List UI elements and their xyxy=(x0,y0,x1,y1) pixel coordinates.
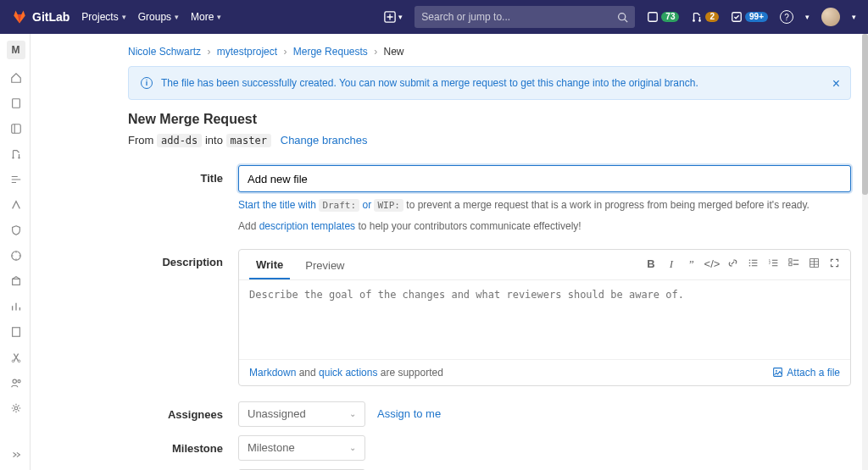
title-label: Title xyxy=(128,165,238,234)
assignees-select[interactable]: Unassigned⌄ xyxy=(238,401,365,427)
svg-point-14 xyxy=(18,360,20,362)
milestone-select[interactable]: Milestone⌄ xyxy=(238,435,365,461)
description-editor: Write Preview B I ” </> 12 xyxy=(238,249,851,386)
settings-icon[interactable] xyxy=(9,401,23,415)
svg-point-19 xyxy=(748,263,750,264)
gitlab-icon xyxy=(12,9,27,25)
global-search[interactable] xyxy=(415,6,635,28)
left-sidebar: M xyxy=(0,34,31,470)
svg-point-17 xyxy=(14,406,18,410)
svg-point-3 xyxy=(693,19,696,22)
todos-badge[interactable]: 99+ xyxy=(731,11,768,23)
project-avatar[interactable]: M xyxy=(7,41,25,59)
svg-rect-7 xyxy=(11,124,20,134)
mrs-badge[interactable]: 2 xyxy=(691,11,719,23)
image-icon xyxy=(772,367,783,378)
svg-point-8 xyxy=(12,157,14,158)
chevron-down-icon: ⌄ xyxy=(349,409,356,418)
svg-rect-24 xyxy=(788,263,791,266)
breadcrumb-project[interactable]: mytestproject xyxy=(217,46,277,58)
change-branches-link[interactable]: Change branches xyxy=(281,134,368,147)
home-icon[interactable] xyxy=(9,71,23,85)
milestone-label: Milestone xyxy=(128,435,238,461)
chevron-down-icon: ▾ xyxy=(175,13,179,21)
chevron-down-icon: ▾ xyxy=(122,13,126,21)
task-list-icon[interactable] xyxy=(787,257,799,271)
code-icon[interactable]: </> xyxy=(706,257,718,271)
nav-more[interactable]: More▾ xyxy=(191,11,221,23)
top-navbar: GitLab Projects▾ Groups▾ More▾ ▾ 73 2 99… xyxy=(0,0,868,34)
bullet-list-icon[interactable] xyxy=(747,257,759,271)
analytics-icon[interactable] xyxy=(9,300,23,313)
chevron-down-icon: ▾ xyxy=(398,13,403,21)
alert-text: The file has been successfully created. … xyxy=(161,77,698,89)
breadcrumb-section[interactable]: Merge Requests xyxy=(293,46,368,58)
quote-icon[interactable]: ” xyxy=(686,257,698,271)
branch-info: From add-ds into master Change branches xyxy=(128,134,851,147)
svg-point-9 xyxy=(18,157,19,158)
search-input[interactable] xyxy=(421,11,612,23)
svg-rect-11 xyxy=(12,279,19,285)
svg-rect-2 xyxy=(648,13,658,22)
requirements-icon[interactable] xyxy=(9,173,23,186)
description-textarea[interactable] xyxy=(249,289,840,348)
search-icon xyxy=(617,12,628,23)
markdown-link[interactable]: Markdown xyxy=(249,367,296,379)
italic-icon[interactable]: I xyxy=(665,257,677,271)
issue-icon xyxy=(647,11,659,23)
help-button[interactable]: ? xyxy=(780,10,793,24)
markdown-toolbar: B I ” </> 12 xyxy=(645,257,840,271)
success-alert: i The file has been successfully created… xyxy=(128,66,851,100)
chevron-down-icon: ⌄ xyxy=(349,443,356,452)
operations-icon[interactable] xyxy=(9,249,23,263)
plus-square-icon xyxy=(384,11,396,23)
packages-icon[interactable] xyxy=(9,274,23,288)
wip-hint: Start the title with Draft: or WIP: to p… xyxy=(238,197,851,213)
snippets-icon[interactable] xyxy=(9,351,23,364)
fullscreen-icon[interactable] xyxy=(828,257,840,271)
svg-point-4 xyxy=(699,19,702,22)
description-templates-link[interactable]: description templates xyxy=(259,220,355,232)
main-content: Nicole Schwartz › mytestproject › Merge … xyxy=(31,34,868,470)
ci-icon[interactable] xyxy=(9,198,23,212)
new-dropdown[interactable]: ▾ xyxy=(384,8,403,26)
close-icon[interactable]: × xyxy=(832,77,840,91)
gitlab-logo[interactable]: GitLab xyxy=(12,9,70,25)
svg-point-13 xyxy=(12,360,14,362)
description-footer: Markdown and quick actions are supported… xyxy=(239,359,850,385)
chevron-down-icon: ▾ xyxy=(217,13,221,21)
wiki-icon[interactable] xyxy=(9,325,23,339)
merge-requests-icon[interactable] xyxy=(9,147,23,161)
number-list-icon[interactable]: 12 xyxy=(767,257,779,271)
nav-groups[interactable]: Groups▾ xyxy=(138,11,179,23)
table-icon[interactable] xyxy=(808,257,820,271)
expand-sidebar-icon[interactable] xyxy=(9,448,23,462)
issues-badge[interactable]: 73 xyxy=(647,11,679,23)
link-icon[interactable] xyxy=(726,257,738,271)
template-hint: Add description templates to help your c… xyxy=(238,218,851,234)
security-icon[interactable] xyxy=(9,224,23,237)
attach-file-button[interactable]: Attach a file xyxy=(772,367,840,379)
title-input[interactable] xyxy=(238,165,851,192)
page-title: New Merge Request xyxy=(128,112,851,127)
description-label: Description xyxy=(128,249,238,386)
issues-icon[interactable] xyxy=(9,122,23,135)
scrollbar-thumb[interactable] xyxy=(862,34,868,195)
members-icon[interactable] xyxy=(9,376,23,390)
user-avatar[interactable] xyxy=(821,8,840,26)
svg-rect-12 xyxy=(12,328,19,337)
svg-point-1 xyxy=(619,13,626,19)
bold-icon[interactable]: B xyxy=(645,257,657,271)
nav-projects[interactable]: Projects▾ xyxy=(81,11,125,23)
tab-preview[interactable]: Preview xyxy=(298,251,351,279)
quick-actions-link[interactable]: quick actions xyxy=(319,367,377,379)
assignees-label: Assignees xyxy=(128,401,238,427)
assign-to-me-link[interactable]: Assign to me xyxy=(377,407,441,420)
breadcrumb-owner[interactable]: Nicole Schwartz xyxy=(128,46,201,58)
breadcrumb-current: New xyxy=(384,46,404,58)
tab-write[interactable]: Write xyxy=(249,250,290,279)
svg-point-27 xyxy=(776,370,777,372)
repository-icon[interactable] xyxy=(9,97,23,110)
svg-point-15 xyxy=(13,379,16,383)
source-branch: add-ds xyxy=(157,134,202,147)
